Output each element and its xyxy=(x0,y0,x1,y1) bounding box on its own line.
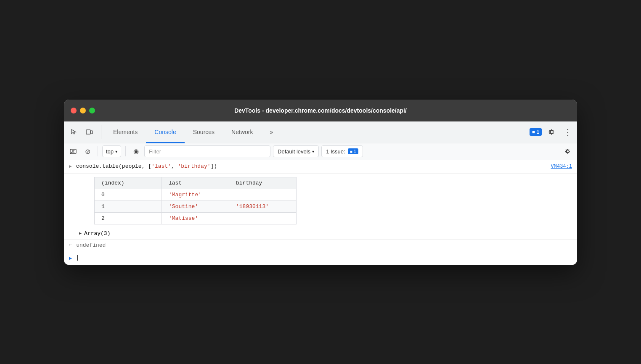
array-expandable[interactable]: ▶ Array(3) xyxy=(64,228,577,239)
console-command-line: ▶ console.table(people, ['last', 'birthd… xyxy=(64,160,577,174)
result-value: undefined xyxy=(76,242,106,248)
tab-sources[interactable]: Sources xyxy=(185,122,223,143)
input-prompt-icon: ▶ xyxy=(69,255,72,261)
svg-rect-1 xyxy=(91,131,93,134)
tabs: Elements Console Sources Network » xyxy=(105,121,530,143)
window-title: DevTools - developer.chrome.com/docs/dev… xyxy=(234,107,407,114)
table-row: 0 'Magritte' xyxy=(95,189,297,200)
titlebar: DevTools - developer.chrome.com/docs/dev… xyxy=(64,100,577,121)
console-cursor xyxy=(77,255,78,261)
console-toolbar: ⊘ top ▾ ◉ Default levels ▾ 1 Issue: ■ 1 xyxy=(64,143,577,160)
cell-last-0: 'Magritte' xyxy=(162,189,229,200)
filter-input[interactable] xyxy=(144,145,270,157)
cell-birthday-0 xyxy=(229,189,297,200)
console-settings-button[interactable] xyxy=(562,145,574,157)
tab-more[interactable]: » xyxy=(261,122,281,143)
cell-last-2: 'Matisse' xyxy=(162,212,229,224)
device-mode-icon[interactable] xyxy=(82,125,96,139)
issues-button[interactable]: 1 Issue: ■ 1 xyxy=(321,145,363,157)
main-toolbar: Elements Console Sources Network » ■ 1 xyxy=(64,121,577,143)
settings-button[interactable] xyxy=(545,125,559,139)
expand-arrow-icon[interactable]: ▶ xyxy=(69,164,72,169)
dropdown-arrow-icon: ▾ xyxy=(115,149,117,154)
console-table-wrapper: (index) last birthday 0 'Magritte' 1 'So… xyxy=(64,174,577,228)
maximize-button[interactable] xyxy=(89,108,95,113)
inspect-icon[interactable] xyxy=(67,125,81,139)
col-header-last: last xyxy=(162,177,229,189)
array-expand-icon: ▶ xyxy=(79,231,82,236)
minimize-button[interactable] xyxy=(80,108,86,113)
clear-console-button[interactable] xyxy=(67,145,79,157)
cell-index-2: 2 xyxy=(95,212,162,224)
table-row: 1 'Soutine' '18930113' xyxy=(95,200,297,212)
cell-last-1: 'Soutine' xyxy=(162,200,229,212)
toolbar-right: ■ 1 ⋮ xyxy=(530,125,574,139)
close-button[interactable] xyxy=(71,108,77,113)
tab-network[interactable]: Network xyxy=(223,122,261,143)
cell-index-1: 1 xyxy=(95,200,162,212)
cell-birthday-1: '18930113' xyxy=(229,200,297,212)
levels-dropdown[interactable]: Default levels ▾ xyxy=(273,145,319,157)
more-options-button[interactable]: ⋮ xyxy=(562,125,574,139)
traffic-lights xyxy=(71,108,95,113)
divider-1 xyxy=(98,146,98,156)
col-header-index: (index) xyxy=(95,177,162,189)
issues-badge[interactable]: ■ 1 xyxy=(530,128,542,136)
levels-arrow-icon: ▾ xyxy=(312,149,314,154)
array-label: Array(3) xyxy=(84,230,110,237)
svg-rect-0 xyxy=(86,130,90,134)
console-result-line: ← undefined xyxy=(64,239,577,251)
console-table: (index) last birthday 0 'Magritte' 1 'So… xyxy=(94,177,297,224)
issues-icon: ■ xyxy=(532,129,535,135)
context-dropdown[interactable]: top ▾ xyxy=(102,145,121,157)
console-input-line[interactable]: ▶ xyxy=(64,251,577,265)
cell-index-0: 0 xyxy=(95,189,162,200)
tab-elements[interactable]: Elements xyxy=(105,122,146,143)
col-header-birthday: birthday xyxy=(229,177,297,189)
table-row: 2 'Matisse' xyxy=(95,212,297,224)
no-entry-icon[interactable]: ⊘ xyxy=(82,145,93,157)
console-output: ▶ console.table(people, ['last', 'birthd… xyxy=(64,160,577,265)
devtools-window: DevTools - developer.chrome.com/docs/dev… xyxy=(64,100,577,265)
cell-birthday-2 xyxy=(229,212,297,224)
divider-2 xyxy=(125,146,126,156)
tab-console[interactable]: Console xyxy=(146,122,184,143)
vm-ref-link[interactable]: VM434:1 xyxy=(551,164,572,169)
preserve-log-icon[interactable]: ◉ xyxy=(130,145,142,157)
toolbar-icons xyxy=(67,125,101,139)
issues-count-badge: ■ 1 xyxy=(348,148,358,154)
result-arrow-icon: ← xyxy=(69,242,72,248)
